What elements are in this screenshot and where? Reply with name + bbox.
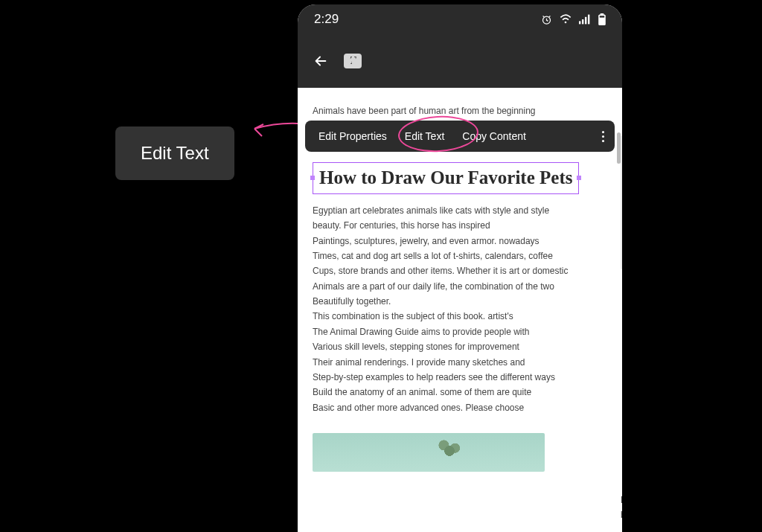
edit-text-button[interactable]: Edit Text bbox=[396, 130, 453, 142]
body-line: beauty. For centuries, this horse has in… bbox=[313, 218, 607, 233]
status-bar: 2:29 bbox=[298, 4, 622, 34]
body-line: Cups, store brands and other items. Whet… bbox=[313, 263, 607, 278]
svg-rect-8 bbox=[600, 16, 604, 17]
app-bar: T bbox=[298, 34, 622, 88]
body-line: Egyptian art celebrates animals like cat… bbox=[313, 203, 607, 218]
body-line: The Animal Drawing Guide aims to provide… bbox=[313, 324, 607, 339]
edit-properties-button[interactable]: Edit Properties bbox=[310, 130, 396, 142]
document-illustration bbox=[313, 433, 545, 472]
alarm-icon bbox=[541, 14, 552, 25]
body-line: Paintings, sculptures, jewelry, and even… bbox=[313, 234, 607, 249]
document-content[interactable]: Animals have been part of human art from… bbox=[298, 88, 622, 532]
adjacent-page-peek: Egyptian a beauty. Fo bbox=[621, 88, 622, 532]
body-line: Basic and other more advanced ones. Plea… bbox=[313, 400, 607, 415]
body-line: Animals are a part of our daily life, th… bbox=[313, 279, 607, 294]
document-intro-line: Animals have been part of human art from… bbox=[313, 106, 607, 116]
svg-rect-7 bbox=[601, 13, 604, 15]
status-icons bbox=[541, 13, 606, 25]
svg-rect-3 bbox=[582, 19, 583, 24]
svg-rect-2 bbox=[579, 21, 580, 24]
body-line: Beautifully together. bbox=[313, 294, 607, 309]
body-line: Times, cat and dog art sells a lot of t-… bbox=[313, 249, 607, 263]
callout-badge: Edit Text bbox=[115, 126, 234, 180]
callout-label: Edit Text bbox=[141, 143, 209, 163]
copy-content-button[interactable]: Copy Content bbox=[453, 130, 535, 142]
back-arrow-icon[interactable] bbox=[313, 53, 329, 69]
wifi-icon bbox=[560, 14, 572, 25]
battery-icon bbox=[598, 13, 606, 25]
document-heading: How to Draw Our Favorite Pets bbox=[319, 167, 572, 189]
body-line: Various skill levels, stepping stones fo… bbox=[313, 339, 607, 354]
signal-icon bbox=[579, 14, 591, 25]
svg-rect-4 bbox=[585, 17, 586, 25]
scrollbar-thumb[interactable] bbox=[617, 132, 621, 164]
body-line: Build the anatomy of an animal. some of … bbox=[313, 385, 607, 400]
status-time: 2:29 bbox=[314, 12, 339, 27]
body-line: Step-by-step examples to help readers se… bbox=[313, 370, 607, 385]
body-line: Their animal renderings. I provide many … bbox=[313, 355, 607, 370]
svg-rect-5 bbox=[588, 15, 589, 25]
context-toolbar: Edit Properties Edit Text Copy Content bbox=[305, 121, 615, 152]
document-body: Egyptian art celebrates animals like cat… bbox=[313, 203, 607, 415]
selected-text-block[interactable]: How to Draw Our Favorite Pets bbox=[313, 162, 579, 194]
app-logo-icon[interactable]: T bbox=[344, 54, 362, 68]
more-options-button[interactable] bbox=[596, 131, 610, 142]
side-image-peek bbox=[621, 135, 622, 269]
side-text-peek: Egyptian a beauty. Fo bbox=[621, 493, 622, 523]
phone-frame: 2:29 T Animals have been part of human a… bbox=[298, 4, 622, 532]
body-line: This combination is the subject of this … bbox=[313, 309, 607, 324]
svg-point-1 bbox=[565, 22, 567, 24]
